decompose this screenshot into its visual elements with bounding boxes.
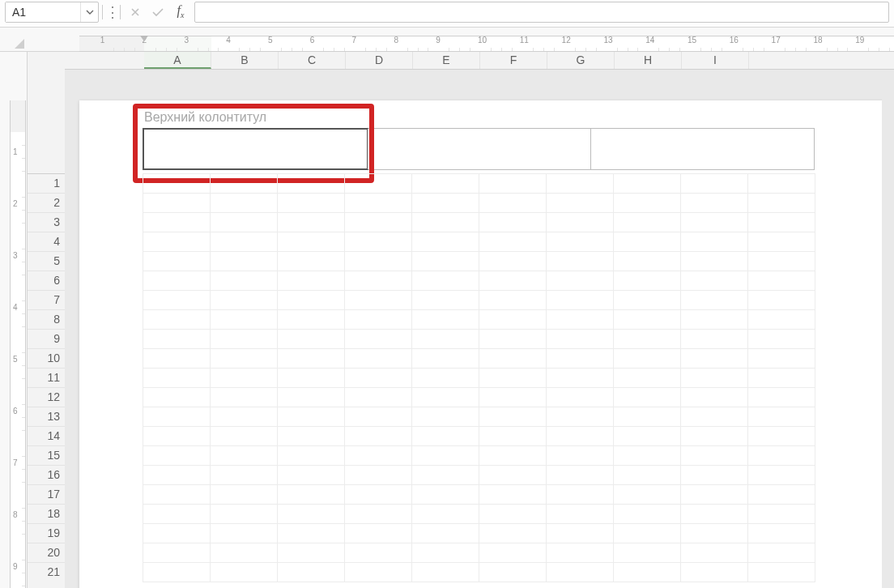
horizontal-ruler[interactable]: 12345678910111213141516171819 [79,36,894,52]
cell[interactable] [748,388,815,407]
cell[interactable] [211,213,278,232]
cell[interactable] [614,485,681,505]
cell[interactable] [143,407,211,427]
cell[interactable] [681,407,748,427]
cell[interactable] [211,232,278,252]
cell[interactable] [211,271,278,291]
column-header-e[interactable]: E [413,52,480,69]
cell[interactable] [547,330,614,349]
header-left-input[interactable] [144,130,367,168]
insert-function-button[interactable]: fx [172,3,189,21]
row-header[interactable]: 10 [28,348,65,368]
cell[interactable] [412,291,479,310]
cell[interactable] [614,271,681,291]
cell[interactable] [547,407,614,427]
cell[interactable] [345,330,412,349]
cell[interactable] [748,407,815,427]
header-right-input[interactable] [591,129,814,169]
cell[interactable] [547,446,614,466]
cell[interactable] [345,524,412,543]
cell[interactable] [614,310,681,330]
cell[interactable] [412,369,479,388]
cell[interactable] [345,194,412,213]
cell[interactable] [345,446,412,466]
cell[interactable] [479,524,547,543]
cell[interactable] [143,543,211,563]
cell[interactable] [614,505,681,524]
cell[interactable] [614,330,681,349]
cell[interactable] [614,563,681,582]
cell[interactable] [547,369,614,388]
cell[interactable] [211,446,278,466]
cell[interactable] [547,427,614,446]
cell[interactable] [748,466,815,485]
cell[interactable] [278,505,345,524]
cell[interactable] [479,213,547,232]
row-header[interactable]: 6 [28,271,65,290]
cell[interactable] [614,252,681,271]
cell[interactable] [143,310,211,330]
cell[interactable] [479,446,547,466]
vertical-ruler[interactable]: 12345678910 [10,100,26,588]
cell[interactable] [412,310,479,330]
row-header[interactable]: 4 [28,232,65,251]
cell[interactable] [211,369,278,388]
cell[interactable] [681,330,748,349]
cell[interactable] [412,485,479,505]
cell[interactable] [547,524,614,543]
cell[interactable] [278,213,345,232]
cell[interactable] [143,505,211,524]
cell[interactable] [681,427,748,446]
cell[interactable] [748,330,815,349]
cell[interactable] [681,213,748,232]
row-header[interactable]: 3 [28,212,65,232]
cell[interactable] [278,310,345,330]
cell[interactable] [143,291,211,310]
cell[interactable] [479,330,547,349]
column-header-d[interactable]: D [346,52,413,69]
cell[interactable] [143,427,211,446]
row-header[interactable]: 16 [28,465,65,484]
cell[interactable] [748,369,815,388]
cell[interactable] [345,543,412,563]
cell[interactable] [681,388,748,407]
cell[interactable] [547,213,614,232]
cell[interactable] [278,407,345,427]
cell[interactable] [412,174,479,194]
row-header[interactable]: 15 [28,445,65,465]
cell[interactable] [412,407,479,427]
cell[interactable] [412,466,479,485]
cell[interactable] [211,310,278,330]
cell[interactable] [211,291,278,310]
cell[interactable] [278,291,345,310]
cell[interactable] [278,543,345,563]
cell[interactable] [345,213,412,232]
cell[interactable] [412,563,479,582]
cell[interactable] [143,466,211,485]
cell[interactable] [479,388,547,407]
enter-button[interactable] [149,3,167,21]
cell[interactable] [614,369,681,388]
cell[interactable] [143,388,211,407]
cell[interactable] [278,271,345,291]
column-header-c[interactable]: C [279,52,346,69]
cell[interactable] [143,349,211,369]
row-header[interactable]: 12 [28,387,65,407]
more-icon[interactable]: ⋮ [105,6,117,18]
cell[interactable] [681,271,748,291]
cell[interactable] [345,466,412,485]
cell[interactable] [479,505,547,524]
cell[interactable] [748,427,815,446]
cell[interactable] [412,349,479,369]
header-left[interactable] [143,128,368,170]
select-all[interactable] [0,34,28,50]
cell[interactable] [681,563,748,582]
column-header-f[interactable]: F [480,52,547,69]
cell[interactable] [479,369,547,388]
cell[interactable] [278,466,345,485]
cell[interactable] [479,232,547,252]
cell[interactable] [211,563,278,582]
cell[interactable] [614,466,681,485]
cell[interactable] [412,505,479,524]
cell[interactable] [211,330,278,349]
